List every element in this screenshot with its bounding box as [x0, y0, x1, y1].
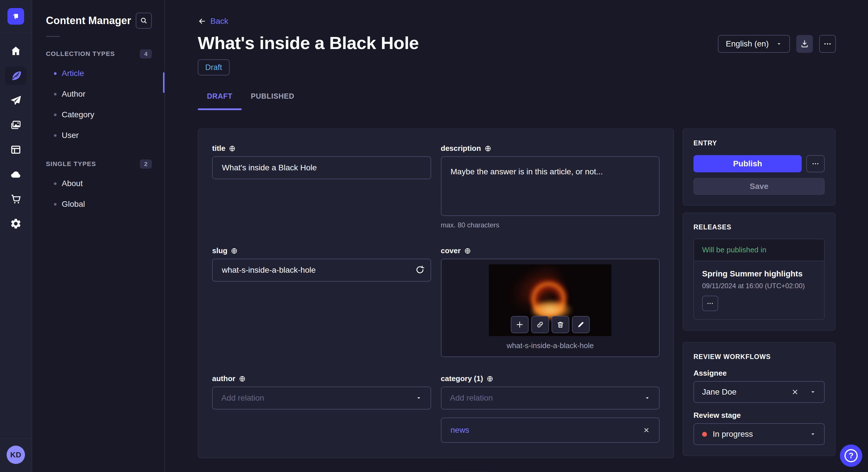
- slug-input[interactable]: [212, 259, 431, 281]
- field-author: author Add relation: [212, 374, 431, 443]
- nav-marketplace[interactable]: [5, 190, 26, 208]
- collection-types-section: COLLECTION TYPES 4 Article Author Catego…: [32, 49, 164, 146]
- status-badge: Draft: [198, 59, 229, 75]
- chevron-down-icon: [644, 395, 650, 401]
- sidebar-item-article[interactable]: Article: [32, 63, 164, 84]
- release-name: Spring Summer highlights: [702, 269, 816, 278]
- back-link[interactable]: Back: [210, 16, 228, 26]
- user-avatar[interactable]: KD: [7, 446, 25, 464]
- add-media-button[interactable]: [510, 316, 528, 333]
- cart-icon: [10, 193, 22, 205]
- remove-relation-button[interactable]: [643, 427, 650, 434]
- copy-link-button[interactable]: [531, 316, 549, 333]
- bullet-icon: [54, 113, 57, 116]
- entry-more-button[interactable]: [806, 155, 825, 172]
- nav-home[interactable]: [5, 42, 26, 60]
- regenerate-slug-button[interactable]: [415, 265, 425, 275]
- download-icon: [800, 40, 809, 48]
- cover-media-card: what-s-inside-a-black-hole: [441, 259, 660, 357]
- sidebar-item-category[interactable]: Category: [32, 104, 164, 125]
- release-status: Will be published in: [694, 239, 824, 261]
- version-tabs: DRAFT PUBLISHED: [198, 92, 836, 110]
- review-workflows-heading: REVIEW WORKFLOWS: [693, 353, 825, 361]
- media-library-icon: [10, 119, 22, 131]
- rail-bottom-divider: [0, 438, 32, 439]
- tab-published[interactable]: PUBLISHED: [242, 92, 304, 110]
- help-button[interactable]: ?: [840, 444, 862, 467]
- globe-icon: [487, 375, 493, 382]
- active-item-indicator: [163, 72, 164, 93]
- review-workflows-panel: REVIEW WORKFLOWS Assignee Jane Doe Revie…: [683, 342, 836, 456]
- nav-releases[interactable]: [5, 91, 26, 109]
- search-button[interactable]: [136, 12, 152, 29]
- nav-media-library[interactable]: [5, 116, 26, 134]
- entry-panel: ENTRY Publish Save: [683, 129, 836, 206]
- globe-icon: [231, 247, 238, 255]
- side-panels: ENTRY Publish Save RELEASES Will be publ…: [683, 129, 836, 456]
- release-date: 09/11/2024 at 16:00 (UTC+02:00): [702, 282, 816, 290]
- nav-rail: KD: [0, 0, 32, 472]
- field-title: title: [212, 144, 431, 229]
- section-label: SINGLE TYPES: [46, 160, 96, 168]
- paper-plane-icon: [10, 94, 22, 106]
- rail-divider: [0, 33, 32, 33]
- category-relation-select[interactable]: Add relation: [441, 386, 660, 409]
- clear-assignee-button[interactable]: [792, 388, 799, 396]
- sidebar-item-global[interactable]: Global: [32, 194, 164, 214]
- release-more-button[interactable]: [702, 296, 718, 311]
- nav-deploy[interactable]: [5, 165, 26, 183]
- description-textarea[interactable]: Maybe the answer is in this article, or …: [441, 156, 660, 216]
- field-cover: cover: [441, 246, 660, 357]
- layout-icon: [10, 144, 22, 156]
- author-relation-select[interactable]: Add relation: [212, 386, 431, 409]
- assignee-select[interactable]: Jane Doe: [693, 381, 825, 403]
- chevron-down-icon: [415, 395, 422, 401]
- gear-icon: [10, 217, 22, 230]
- content-manager-subnav: Content Manager COLLECTION TYPES 4 Artic…: [32, 0, 165, 472]
- section-count-badge: 2: [140, 160, 152, 169]
- field-description: description Maybe the answer is in this …: [441, 144, 660, 229]
- sidebar-item-author[interactable]: Author: [32, 84, 164, 104]
- bullet-icon: [54, 203, 57, 206]
- releases-heading: RELEASES: [693, 224, 825, 231]
- more-actions-button[interactable]: [819, 35, 836, 53]
- nav-settings[interactable]: [5, 214, 26, 233]
- more-dots-icon: [811, 160, 819, 168]
- single-types-section: SINGLE TYPES 2 About Global: [32, 160, 164, 214]
- save-button[interactable]: Save: [693, 178, 825, 195]
- review-stage-select[interactable]: In progress: [693, 423, 825, 445]
- question-mark-icon: ?: [844, 449, 858, 462]
- back-arrow-icon: [198, 17, 206, 26]
- sidebar-item-user[interactable]: User: [32, 125, 164, 146]
- close-icon: [792, 388, 799, 396]
- nav-content-type-builder[interactable]: [5, 140, 26, 159]
- globe-icon: [239, 375, 246, 382]
- chevron-down-icon: [810, 431, 816, 437]
- nav-content-manager[interactable]: [5, 67, 26, 85]
- tab-draft[interactable]: DRAFT: [198, 92, 242, 110]
- relation-link[interactable]: news: [451, 426, 469, 435]
- sidebar-item-about[interactable]: About: [32, 173, 164, 194]
- locale-select[interactable]: English (en): [718, 35, 790, 53]
- subnav-divider: [46, 36, 60, 37]
- relation-item-news: news: [441, 417, 660, 443]
- search-icon: [140, 16, 148, 25]
- more-dots-icon: [706, 300, 714, 307]
- delete-media-button[interactable]: [551, 316, 569, 333]
- field-slug: slug: [212, 246, 431, 357]
- strapi-logo[interactable]: [7, 8, 24, 25]
- feather-icon: [10, 70, 22, 82]
- release-card: Will be published in Spring Summer highl…: [693, 239, 825, 320]
- refresh-icon: [415, 265, 425, 275]
- globe-icon: [485, 145, 491, 152]
- cloud-icon: [10, 168, 22, 180]
- edit-media-button[interactable]: [572, 316, 590, 333]
- home-icon: [10, 45, 22, 57]
- bullet-icon: [54, 93, 57, 96]
- section-count-badge: 4: [140, 49, 152, 59]
- page-title: What's inside a Black Hole: [198, 33, 419, 53]
- publish-button[interactable]: Publish: [693, 155, 802, 172]
- globe-icon: [464, 247, 471, 255]
- export-button[interactable]: [796, 35, 813, 53]
- title-input[interactable]: [212, 156, 431, 179]
